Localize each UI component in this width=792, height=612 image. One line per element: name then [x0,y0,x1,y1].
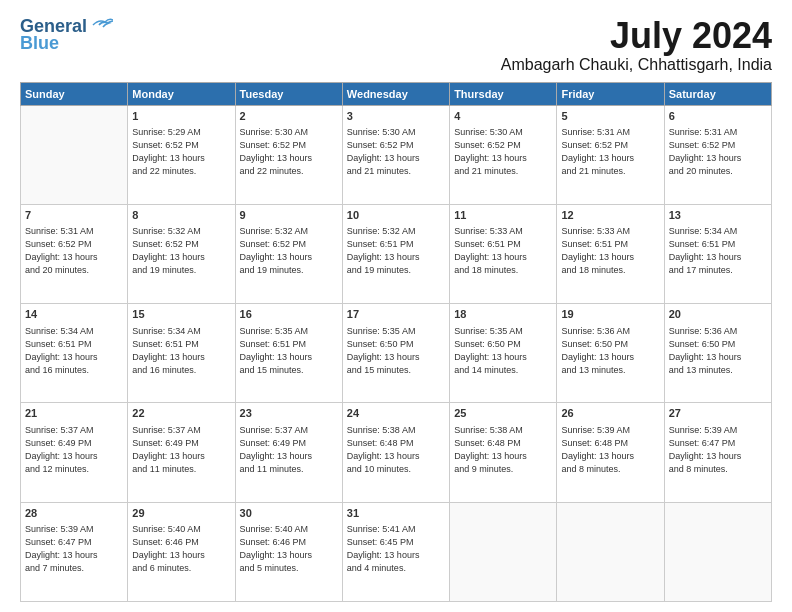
logo-bird-icon [91,17,113,33]
calendar-cell: 12Sunrise: 5:33 AM Sunset: 6:51 PM Dayli… [557,204,664,303]
day-info: Sunrise: 5:32 AM Sunset: 6:52 PM Dayligh… [240,225,338,277]
calendar-cell: 13Sunrise: 5:34 AM Sunset: 6:51 PM Dayli… [664,204,771,303]
day-info: Sunrise: 5:33 AM Sunset: 6:51 PM Dayligh… [454,225,552,277]
week-row-1: 1Sunrise: 5:29 AM Sunset: 6:52 PM Daylig… [21,105,772,204]
month-title: July 2024 [501,16,772,56]
day-info: Sunrise: 5:31 AM Sunset: 6:52 PM Dayligh… [25,225,123,277]
week-row-4: 21Sunrise: 5:37 AM Sunset: 6:49 PM Dayli… [21,403,772,502]
calendar-cell: 21Sunrise: 5:37 AM Sunset: 6:49 PM Dayli… [21,403,128,502]
week-row-5: 28Sunrise: 5:39 AM Sunset: 6:47 PM Dayli… [21,502,772,601]
day-number: 22 [132,406,230,421]
calendar-cell: 22Sunrise: 5:37 AM Sunset: 6:49 PM Dayli… [128,403,235,502]
calendar-page: General Blue July 2024 Ambagarh Chauki, … [0,0,792,612]
day-info: Sunrise: 5:32 AM Sunset: 6:51 PM Dayligh… [347,225,445,277]
day-info: Sunrise: 5:34 AM Sunset: 6:51 PM Dayligh… [132,325,230,377]
calendar-cell: 2Sunrise: 5:30 AM Sunset: 6:52 PM Daylig… [235,105,342,204]
day-number: 11 [454,208,552,223]
day-number: 28 [25,506,123,521]
header: General Blue July 2024 Ambagarh Chauki, … [20,16,772,74]
day-number: 31 [347,506,445,521]
title-block: July 2024 Ambagarh Chauki, Chhattisgarh,… [501,16,772,74]
calendar-cell [21,105,128,204]
day-info: Sunrise: 5:39 AM Sunset: 6:47 PM Dayligh… [25,523,123,575]
calendar-cell: 24Sunrise: 5:38 AM Sunset: 6:48 PM Dayli… [342,403,449,502]
calendar-cell: 19Sunrise: 5:36 AM Sunset: 6:50 PM Dayli… [557,304,664,403]
day-number: 13 [669,208,767,223]
day-number: 17 [347,307,445,322]
calendar-cell: 4Sunrise: 5:30 AM Sunset: 6:52 PM Daylig… [450,105,557,204]
calendar-cell: 5Sunrise: 5:31 AM Sunset: 6:52 PM Daylig… [557,105,664,204]
day-number: 21 [25,406,123,421]
day-info: Sunrise: 5:32 AM Sunset: 6:52 PM Dayligh… [132,225,230,277]
day-info: Sunrise: 5:37 AM Sunset: 6:49 PM Dayligh… [25,424,123,476]
calendar-cell: 17Sunrise: 5:35 AM Sunset: 6:50 PM Dayli… [342,304,449,403]
day-number: 7 [25,208,123,223]
day-number: 18 [454,307,552,322]
day-number: 16 [240,307,338,322]
day-number: 29 [132,506,230,521]
calendar-cell: 28Sunrise: 5:39 AM Sunset: 6:47 PM Dayli… [21,502,128,601]
week-row-2: 7Sunrise: 5:31 AM Sunset: 6:52 PM Daylig… [21,204,772,303]
day-info: Sunrise: 5:29 AM Sunset: 6:52 PM Dayligh… [132,126,230,178]
calendar-cell: 6Sunrise: 5:31 AM Sunset: 6:52 PM Daylig… [664,105,771,204]
day-info: Sunrise: 5:39 AM Sunset: 6:47 PM Dayligh… [669,424,767,476]
day-info: Sunrise: 5:30 AM Sunset: 6:52 PM Dayligh… [347,126,445,178]
day-header-monday: Monday [128,82,235,105]
calendar-cell: 10Sunrise: 5:32 AM Sunset: 6:51 PM Dayli… [342,204,449,303]
day-info: Sunrise: 5:33 AM Sunset: 6:51 PM Dayligh… [561,225,659,277]
day-header-friday: Friday [557,82,664,105]
week-row-3: 14Sunrise: 5:34 AM Sunset: 6:51 PM Dayli… [21,304,772,403]
day-info: Sunrise: 5:36 AM Sunset: 6:50 PM Dayligh… [561,325,659,377]
day-number: 4 [454,109,552,124]
day-info: Sunrise: 5:40 AM Sunset: 6:46 PM Dayligh… [240,523,338,575]
location-title: Ambagarh Chauki, Chhattisgarh, India [501,56,772,74]
day-number: 6 [669,109,767,124]
day-info: Sunrise: 5:34 AM Sunset: 6:51 PM Dayligh… [669,225,767,277]
day-number: 3 [347,109,445,124]
day-info: Sunrise: 5:31 AM Sunset: 6:52 PM Dayligh… [561,126,659,178]
calendar-cell: 18Sunrise: 5:35 AM Sunset: 6:50 PM Dayli… [450,304,557,403]
day-info: Sunrise: 5:38 AM Sunset: 6:48 PM Dayligh… [347,424,445,476]
calendar-cell: 16Sunrise: 5:35 AM Sunset: 6:51 PM Dayli… [235,304,342,403]
logo: General Blue [20,16,113,54]
day-header-wednesday: Wednesday [342,82,449,105]
day-number: 30 [240,506,338,521]
calendar-cell: 30Sunrise: 5:40 AM Sunset: 6:46 PM Dayli… [235,502,342,601]
day-header-sunday: Sunday [21,82,128,105]
day-number: 25 [454,406,552,421]
calendar-cell: 8Sunrise: 5:32 AM Sunset: 6:52 PM Daylig… [128,204,235,303]
day-info: Sunrise: 5:35 AM Sunset: 6:50 PM Dayligh… [347,325,445,377]
day-number: 9 [240,208,338,223]
day-info: Sunrise: 5:37 AM Sunset: 6:49 PM Dayligh… [132,424,230,476]
calendar-cell: 3Sunrise: 5:30 AM Sunset: 6:52 PM Daylig… [342,105,449,204]
header-row: SundayMondayTuesdayWednesdayThursdayFrid… [21,82,772,105]
day-number: 1 [132,109,230,124]
calendar-cell: 27Sunrise: 5:39 AM Sunset: 6:47 PM Dayli… [664,403,771,502]
day-info: Sunrise: 5:34 AM Sunset: 6:51 PM Dayligh… [25,325,123,377]
day-info: Sunrise: 5:30 AM Sunset: 6:52 PM Dayligh… [454,126,552,178]
calendar-cell [557,502,664,601]
calendar-table: SundayMondayTuesdayWednesdayThursdayFrid… [20,82,772,602]
day-header-tuesday: Tuesday [235,82,342,105]
calendar-cell: 26Sunrise: 5:39 AM Sunset: 6:48 PM Dayli… [557,403,664,502]
calendar-cell: 7Sunrise: 5:31 AM Sunset: 6:52 PM Daylig… [21,204,128,303]
calendar-cell: 25Sunrise: 5:38 AM Sunset: 6:48 PM Dayli… [450,403,557,502]
calendar-cell [664,502,771,601]
calendar-cell: 11Sunrise: 5:33 AM Sunset: 6:51 PM Dayli… [450,204,557,303]
day-number: 27 [669,406,767,421]
calendar-cell: 31Sunrise: 5:41 AM Sunset: 6:45 PM Dayli… [342,502,449,601]
calendar-cell: 9Sunrise: 5:32 AM Sunset: 6:52 PM Daylig… [235,204,342,303]
calendar-cell: 29Sunrise: 5:40 AM Sunset: 6:46 PM Dayli… [128,502,235,601]
day-info: Sunrise: 5:39 AM Sunset: 6:48 PM Dayligh… [561,424,659,476]
calendar-cell: 15Sunrise: 5:34 AM Sunset: 6:51 PM Dayli… [128,304,235,403]
day-number: 26 [561,406,659,421]
day-header-thursday: Thursday [450,82,557,105]
day-number: 2 [240,109,338,124]
day-number: 10 [347,208,445,223]
day-info: Sunrise: 5:38 AM Sunset: 6:48 PM Dayligh… [454,424,552,476]
day-number: 23 [240,406,338,421]
day-number: 8 [132,208,230,223]
day-info: Sunrise: 5:40 AM Sunset: 6:46 PM Dayligh… [132,523,230,575]
calendar-cell: 23Sunrise: 5:37 AM Sunset: 6:49 PM Dayli… [235,403,342,502]
calendar-cell: 20Sunrise: 5:36 AM Sunset: 6:50 PM Dayli… [664,304,771,403]
